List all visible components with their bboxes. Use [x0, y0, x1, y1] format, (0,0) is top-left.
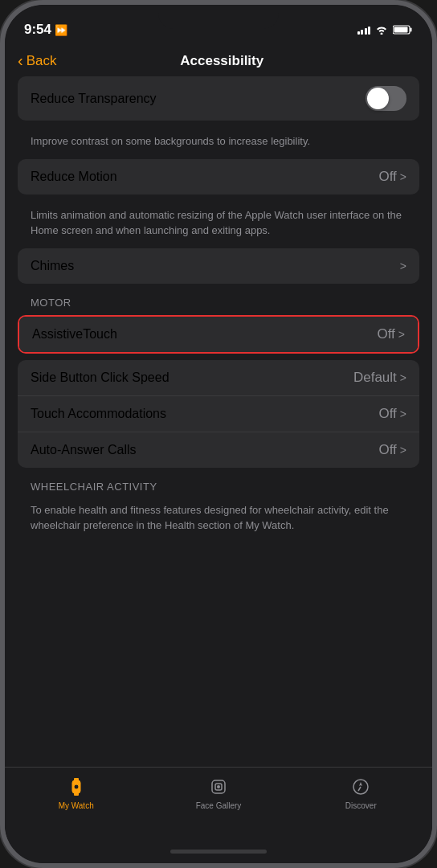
touch-accommodations-label: Touch Accommodations [31, 407, 166, 421]
toggle-thumb [367, 88, 389, 109]
assistivetouch-label: AssistiveTouch [32, 327, 117, 342]
volume-up-button[interactable] [0, 158, 3, 210]
signal-bar-2 [361, 30, 363, 35]
tab-discover[interactable]: Discover [290, 776, 432, 810]
wheelchair-section: WHEELCHAIR ACTIVITY To enable health and… [18, 474, 419, 540]
side-button-speed-label: Side Button Click Speed [31, 371, 169, 385]
my-watch-icon [65, 776, 88, 798]
volume-down-button[interactable] [0, 222, 3, 274]
status-icons [357, 25, 414, 35]
reduce-motion-value-text: Off [378, 169, 396, 185]
svg-rect-1 [410, 28, 412, 32]
wheelchair-header: WHEELCHAIR ACTIVITY [18, 474, 419, 499]
page-title: Accessibility [56, 53, 387, 69]
touch-accommodations-value-text: Off [378, 406, 396, 422]
reduce-transparency-label: Reduce Transparency [31, 92, 157, 106]
tab-face-gallery[interactable]: Face Gallery [147, 776, 289, 810]
reduce-motion-description: Limits animation and automatic resizing … [18, 201, 419, 248]
side-button-speed-item[interactable]: Side Button Click Speed Default > [18, 360, 419, 396]
notch [158, 5, 279, 29]
navigation-bar: ‹ Back Accessibility [5, 45, 432, 76]
chevron-icon: > [400, 444, 406, 457]
discover-tab-label: Discover [345, 801, 377, 810]
assistivetouch-highlighted: AssistiveTouch Off > [18, 315, 419, 354]
silent-button[interactable] [0, 109, 3, 141]
chevron-icon: > [400, 260, 406, 272]
chevron-icon: > [398, 328, 405, 341]
reduce-motion-label: Reduce Motion [31, 170, 117, 184]
svg-point-9 [217, 785, 220, 788]
chimes-group: Chimes > [18, 248, 419, 284]
face-gallery-icon [207, 776, 230, 798]
battery-icon [393, 25, 413, 35]
chevron-icon: > [400, 371, 406, 384]
signal-bar-4 [368, 27, 370, 35]
assistivetouch-value: Off > [377, 326, 405, 342]
back-button[interactable]: ‹ Back [18, 51, 56, 70]
phone-frame: 9:54 ⏩ [0, 0, 437, 868]
reduce-transparency-toggle[interactable] [366, 86, 406, 111]
my-watch-tab-label: My Watch [59, 801, 94, 810]
reduce-motion-group: Reduce Motion Off > [18, 159, 419, 194]
motor-items-group: Side Button Click Speed Default > Touch … [18, 360, 419, 468]
chimes-value: > [400, 260, 406, 272]
svg-marker-11 [359, 782, 362, 786]
chimes-item[interactable]: Chimes > [18, 248, 419, 284]
wheelchair-description: To enable health and fitness features de… [18, 499, 419, 540]
reduce-transparency-group: Reduce Transparency [18, 76, 419, 121]
back-label: Back [27, 53, 57, 69]
chevron-icon: > [400, 407, 406, 420]
reduce-motion-value: Off > [378, 169, 406, 185]
auto-answer-calls-item[interactable]: Auto-Answer Calls Off > [18, 432, 419, 468]
touch-accommodations-value: Off > [378, 406, 406, 422]
time-display: 9:54 [24, 22, 51, 38]
status-time: 9:54 ⏩ [24, 22, 67, 38]
discover-icon [349, 776, 372, 798]
assistivetouch-value-text: Off [377, 326, 394, 342]
svg-rect-4 [74, 778, 79, 781]
chevron-icon: > [400, 170, 406, 183]
svg-point-6 [74, 784, 79, 789]
signal-bar-3 [365, 28, 367, 35]
face-gallery-tab-label: Face Gallery [196, 801, 242, 810]
power-button[interactable] [434, 133, 437, 190]
motor-section-header: MOTOR [18, 290, 419, 315]
auto-answer-calls-label: Auto-Answer Calls [31, 443, 137, 457]
reduce-motion-item[interactable]: Reduce Motion Off > [18, 159, 419, 194]
home-bar [170, 850, 267, 854]
svg-rect-5 [74, 792, 79, 796]
chimes-label: Chimes [31, 259, 74, 273]
back-chevron-icon: ‹ [18, 51, 23, 70]
svg-line-12 [358, 787, 361, 791]
wifi-icon [375, 25, 388, 35]
tab-my-watch[interactable]: My Watch [5, 776, 147, 810]
reduce-transparency-item[interactable]: Reduce Transparency [18, 76, 419, 121]
auto-answer-calls-value: Off > [378, 442, 406, 458]
svg-rect-2 [394, 27, 408, 33]
side-button-speed-value-text: Default [353, 370, 397, 386]
reduce-transparency-description: Improve contrast on some backgrounds to … [18, 127, 419, 159]
home-indicator [5, 839, 432, 863]
screen: 9:54 ⏩ [5, 5, 432, 863]
signal-icon [357, 25, 371, 35]
signal-bar-1 [357, 31, 360, 35]
touch-accommodations-item[interactable]: Touch Accommodations Off > [18, 396, 419, 432]
auto-answer-calls-value-text: Off [378, 442, 396, 458]
assistivetouch-item[interactable]: AssistiveTouch Off > [19, 317, 418, 352]
tab-bar: My Watch Face Gallery [5, 767, 432, 839]
location-icon: ⏩ [55, 24, 67, 36]
side-button-speed-value: Default > [353, 370, 406, 386]
settings-content: Reduce Transparency Improve contrast on … [5, 76, 432, 767]
